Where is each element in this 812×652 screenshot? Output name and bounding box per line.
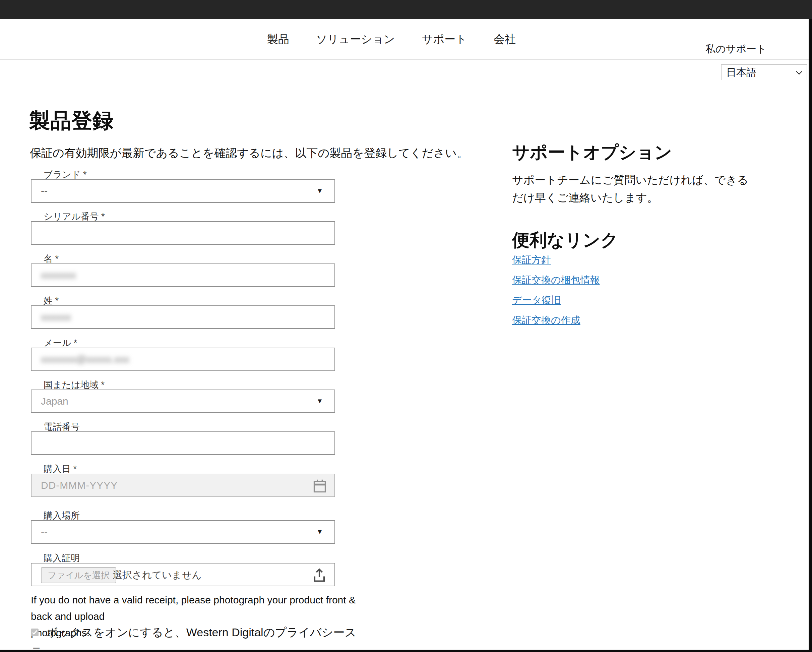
proof-file-input[interactable]: ファイルを選択 選択されていません — [31, 563, 335, 586]
last-name-redacted-value: xxxxxx — [41, 306, 71, 328]
page-background: 製品 ソリューション サポート 会社 私のサポート 日本語 製品登録 保証の有効… — [0, 0, 809, 650]
language-select-value: 日本語 — [726, 65, 756, 80]
country-select[interactable]: Japan ▼ — [31, 389, 335, 413]
brand-select[interactable]: -- ▼ — [31, 179, 335, 203]
first-name-label-text: 名 — [44, 254, 53, 264]
field-last-name: 姓 * xxxxxx — [31, 295, 335, 330]
consent-section: ボックスをオンにすると、Western Digitalのプライバシーステ ートメ… — [31, 623, 359, 652]
field-phone: 電話番号 — [31, 421, 335, 455]
required-mark: * — [71, 464, 77, 474]
email-label-text: メール — [44, 338, 71, 348]
field-country: 国または地域 * Japan ▼ — [31, 379, 335, 414]
last-name-label: 姓 * — [44, 295, 335, 305]
main-navbar: 製品 ソリューション サポート 会社 私のサポート — [0, 19, 809, 60]
serial-label: シリアル番号 * — [44, 211, 335, 221]
last-name-input[interactable]: xxxxxx — [31, 305, 335, 329]
first-name-redacted-value: xxxxxxx — [41, 264, 76, 286]
proof-label-text: 購入証明 — [44, 553, 80, 563]
email-redacted-value: xxxxxxx@xxxxx.xxx — [41, 348, 129, 370]
required-mark: * — [99, 380, 105, 390]
page-subtitle: 保証の有効期限が最新であることを確認するには、以下の製品を登録してください。 — [30, 145, 468, 161]
field-first-name: 名 * xxxxxxx — [31, 253, 335, 288]
required-mark: * — [71, 338, 77, 348]
nav-item-products[interactable]: 製品 — [267, 32, 289, 47]
consent-checkbox[interactable] — [31, 629, 38, 636]
link-warranty-policy[interactable]: 保証方針 — [512, 253, 600, 267]
country-select-value: Japan — [41, 390, 69, 412]
purchase-place-label: 購入場所 — [44, 510, 335, 520]
serial-label-text: シリアル番号 — [44, 212, 99, 221]
link-data-recovery[interactable]: データ復旧 — [512, 294, 600, 307]
choose-file-button[interactable]: ファイルを選択 — [41, 567, 116, 583]
purchase-date-input[interactable]: DD-MMM-YYYY — [31, 474, 335, 497]
field-proof-of-purchase: 購入証明 ファイルを選択 選択されていません — [31, 552, 335, 587]
bottom-edge-strip — [0, 650, 812, 652]
support-body-line1: サポートチームにご質問いただければ、できる — [512, 171, 748, 189]
link-create-warranty-replacement[interactable]: 保証交換の作成 — [512, 314, 600, 327]
required-mark: * — [81, 169, 87, 180]
country-label: 国または地域 * — [44, 379, 335, 389]
dropdown-arrow-icon: ▼ — [316, 397, 323, 405]
serial-input[interactable] — [31, 221, 335, 245]
phone-label: 電話番号 — [44, 421, 335, 431]
top-black-bar — [0, 0, 812, 19]
field-purchase-date: 購入日 * DD-MMM-YYYY — [31, 463, 335, 498]
dropdown-arrow-icon: ▼ — [316, 187, 323, 195]
phone-input[interactable] — [31, 431, 335, 455]
nav-item-company[interactable]: 会社 — [494, 32, 516, 47]
upload-icon[interactable] — [312, 568, 327, 584]
required-mark: * — [53, 296, 59, 306]
language-select[interactable]: 日本語 — [721, 64, 807, 80]
proof-label: 購入証明 — [44, 552, 335, 563]
first-name-input[interactable]: xxxxxxx — [31, 264, 335, 287]
support-options-heading: サポートオプション — [512, 141, 672, 164]
country-label-text: 国または地域 — [44, 380, 99, 390]
useful-links-heading: 便利なリンク — [512, 229, 618, 252]
support-options-body: サポートチームにご質問いただければ、できる だけ早くご連絡いたします。 — [512, 171, 748, 206]
nav-item-solutions[interactable]: ソリューション — [316, 32, 395, 47]
link-warranty-packaging-info[interactable]: 保証交換の梱包情報 — [512, 273, 600, 287]
nav-menu: 製品 ソリューション サポート 会社 — [267, 19, 516, 60]
calendar-icon[interactable] — [312, 478, 327, 495]
email-field[interactable]: xxxxxxx@xxxxx.xxx — [31, 348, 335, 371]
file-status-text: 選択されていません — [113, 563, 202, 586]
field-email: メール * xxxxxxx@xxxxx.xxx — [31, 337, 335, 372]
useful-links-list: 保証方針 保証交換の梱包情報 データ復旧 保証交換の作成 — [512, 253, 600, 334]
phone-label-text: 電話番号 — [44, 422, 80, 432]
purchase-date-label: 購入日 * — [44, 463, 335, 474]
purchase-date-label-text: 購入日 — [44, 464, 71, 474]
brand-label: ブランド * — [44, 169, 335, 179]
required-mark: * — [99, 212, 105, 221]
chevron-down-icon — [796, 69, 802, 75]
last-name-label-text: 姓 — [44, 296, 53, 306]
field-serial-number: シリアル番号 * — [31, 211, 335, 245]
right-edge-strip — [809, 0, 812, 652]
purchase-place-select[interactable]: -- ▼ — [31, 520, 335, 544]
page-title: 製品登録 — [29, 107, 114, 135]
consent-line1: ボックスをオンにすると、Western Digitalのプライバシーステ — [31, 623, 359, 652]
nav-item-support[interactable]: サポート — [422, 32, 467, 47]
consent-text-line1: ボックスをオンにすると、Western Digitalのプライバシーステ — [31, 626, 356, 652]
first-name-label: 名 * — [44, 253, 335, 264]
purchase-date-placeholder: DD-MMM-YYYY — [41, 474, 118, 496]
email-label: メール * — [44, 337, 335, 348]
field-brand: ブランド * -- ▼ — [31, 169, 335, 203]
receipt-note-line1: If you do not have a valid receipt, plea… — [31, 592, 366, 625]
field-purchase-place: 購入場所 -- ▼ — [31, 510, 335, 544]
purchase-place-select-value: -- — [41, 521, 47, 543]
required-mark: * — [53, 254, 59, 264]
dropdown-arrow-icon: ▼ — [316, 528, 323, 536]
purchase-place-label-text: 購入場所 — [44, 510, 80, 521]
brand-select-value: -- — [41, 180, 47, 202]
support-body-line2: だけ早くご連絡いたします。 — [512, 189, 748, 206]
my-support-link[interactable]: 私のサポート — [705, 42, 767, 56]
brand-label-text: ブランド — [44, 169, 81, 180]
